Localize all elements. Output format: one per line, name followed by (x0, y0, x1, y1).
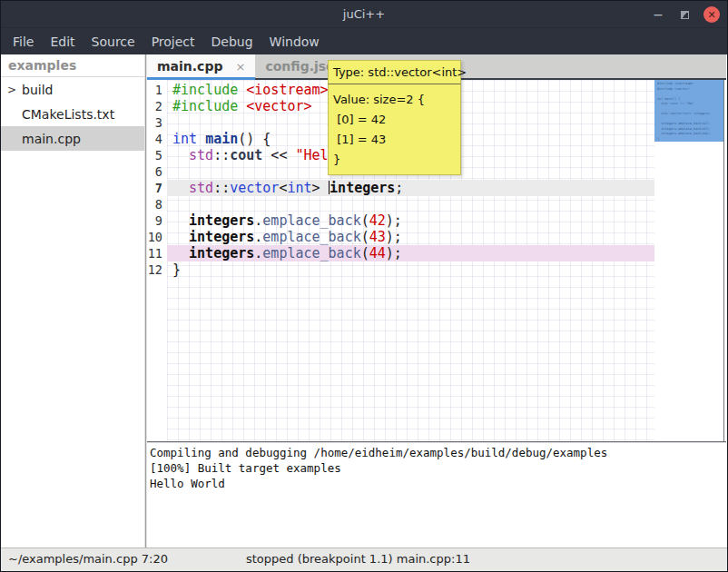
code-token: #include (172, 82, 246, 98)
code-line-text (167, 196, 654, 212)
code-token: integers (172, 212, 254, 229)
code-line[interactable]: 11 integers.emplace_back(44); (147, 245, 654, 261)
code-token: emplace_back (262, 212, 360, 229)
code-token: <iostream> (246, 82, 328, 98)
code-token: . (254, 229, 262, 245)
code-token: () { (238, 131, 271, 147)
tooltip-value-line: [0] = 42 (333, 110, 460, 130)
line-number[interactable]: 11 (147, 245, 167, 261)
code-token: ); (386, 245, 402, 261)
line-number[interactable]: 6 (147, 163, 167, 180)
type-tooltip: Type: std::vector<int> (328, 60, 461, 84)
status-debug-state: stopped (breakpoint 1.1) main.cpp:11 (246, 552, 470, 566)
value-tooltip: Value: size=2 { [0] = 42 [1] = 43} (328, 84, 461, 175)
minimap-code: #include <iostream> #include <vector> in… (654, 80, 723, 142)
tree-item-label: main.cpp (22, 132, 81, 146)
window-controls: − ✕ (650, 1, 720, 28)
code-token: ); (386, 212, 402, 229)
code-token: :: (213, 147, 230, 163)
code-token: :: (213, 180, 230, 196)
code-line[interactable]: 12} (147, 261, 654, 278)
code-token: 42 (369, 212, 386, 229)
code-line-text: std::vector<int> integers; (167, 180, 654, 196)
code-token: ); (386, 229, 402, 245)
status-bar: ~/examples/main.cpp 7:20 stopped (breakp… (1, 547, 727, 571)
line-number[interactable]: 1 (147, 82, 167, 98)
minimap-visible-region[interactable]: #include <iostream> #include <vector> in… (654, 80, 723, 142)
sidebar-item-cmakelists.txt[interactable]: CMakeLists.txt (1, 102, 144, 126)
project-title: examples (1, 54, 144, 77)
minimize-button[interactable]: − (650, 7, 666, 22)
menu-item-window[interactable]: Window (261, 31, 328, 53)
line-number[interactable]: 7 (147, 180, 167, 196)
line-number[interactable]: 10 (147, 229, 167, 245)
line-number[interactable]: 9 (147, 212, 167, 229)
tab-label: main.cpp (157, 59, 222, 74)
code-line[interactable]: 10 integers.emplace_back(43); (147, 229, 654, 245)
code-token: emplace_back (262, 229, 360, 245)
code-token: ( (361, 212, 369, 229)
code-token: integers (172, 229, 254, 245)
code-token: std (172, 180, 213, 196)
menu-item-project[interactable]: Project (143, 31, 203, 53)
type-tooltip-text: Type: std::vector<int> (333, 65, 467, 79)
code-token: 44 (369, 245, 386, 261)
tooltip-value-line: [1] = 43 (333, 130, 460, 150)
line-number[interactable]: 5 (147, 147, 167, 163)
menu-item-edit[interactable]: Edit (42, 31, 83, 53)
menu-item-debug[interactable]: Debug (203, 31, 261, 53)
code-token: int (287, 180, 311, 196)
code-token: integers (330, 180, 395, 196)
title-bar[interactable]: juCi++ − ✕ (1, 1, 727, 28)
code-token: int (172, 131, 205, 147)
file-tree-sidebar: examples >buildCMakeLists.txtmain.cpp (1, 54, 144, 547)
minimap[interactable]: #include <iostream> #include <vector> in… (654, 80, 724, 441)
code-token: . (254, 245, 262, 261)
restore-icon[interactable] (681, 11, 689, 19)
code-token: > (312, 180, 329, 196)
code-token: << (262, 147, 295, 163)
tab-close-icon[interactable]: × (235, 60, 245, 74)
code-token: emplace_back (262, 245, 360, 261)
code-token: 43 (369, 229, 386, 245)
code-line[interactable]: 9 integers.emplace_back(42); (147, 212, 654, 229)
line-number[interactable]: 3 (147, 114, 167, 131)
close-button[interactable]: ✕ (703, 6, 720, 23)
code-token: vector (230, 180, 279, 196)
code-token: #include (172, 98, 246, 114)
sidebar-item-main.cpp[interactable]: main.cpp (1, 126, 144, 151)
sidebar-item-build[interactable]: >build (1, 77, 144, 102)
status-file-position: ~/examples/main.cpp 7:20 (8, 552, 168, 566)
file-tree: >buildCMakeLists.txtmain.cpp (1, 77, 144, 151)
menu-bar: FileEditSourceProjectDebugWindow (1, 28, 727, 54)
line-number[interactable]: 2 (147, 98, 167, 114)
code-line[interactable]: 7 std::vector<int> integers; (147, 180, 654, 196)
code-token: ( (361, 229, 369, 245)
window-title: juCi++ (343, 7, 385, 21)
menu-item-source[interactable]: Source (84, 31, 143, 53)
code-line[interactable]: 8 (147, 196, 654, 212)
tree-item-label: build (22, 83, 53, 97)
code-line-text: integers.emplace_back(44); (167, 245, 654, 261)
code-token: integers (172, 245, 254, 261)
tab-main-cpp[interactable]: main.cpp× (147, 54, 255, 78)
code-token: ( (361, 245, 369, 261)
code-token: std (172, 147, 213, 163)
code-token: <vector> (246, 98, 311, 114)
line-number[interactable]: 8 (147, 196, 167, 212)
tree-item-label: CMakeLists.txt (22, 107, 114, 122)
tooltip-value-line: } (333, 150, 460, 170)
code-token: . (254, 212, 262, 229)
code-token: main (205, 131, 238, 147)
code-token: } (172, 261, 181, 278)
code-token: cout (230, 147, 262, 163)
tooltip-value-line: Value: size=2 { (333, 90, 460, 110)
juci-window: juCi++ − ✕ FileEditSourceProjectDebugWin… (0, 0, 728, 572)
code-token: ; (395, 180, 403, 196)
line-number[interactable]: 12 (147, 261, 167, 278)
line-number[interactable]: 4 (147, 131, 167, 147)
menu-item-file[interactable]: File (5, 31, 42, 53)
output-panel[interactable]: Compiling and debugging /home/eidheim/ex… (147, 443, 726, 547)
code-line-text: integers.emplace_back(42); (167, 212, 654, 229)
code-line-text: } (167, 261, 654, 278)
